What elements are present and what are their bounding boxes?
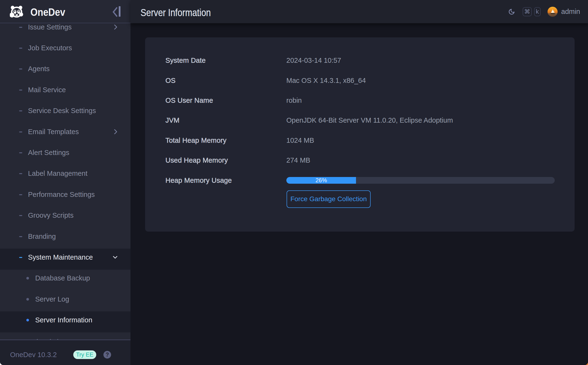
sidebar-item-label: Label Management (28, 169, 87, 177)
field-row: Total Heap Memory 1024 MB (145, 131, 574, 150)
sidebar-item-label: Email Templates (28, 128, 79, 136)
sidebar-item[interactable]: Job Executors (0, 39, 131, 60)
cmd-key-badge[interactable]: ⌘ (523, 7, 532, 16)
sidebar-item[interactable]: Groovy Scripts (0, 207, 131, 228)
header-actions: ⌘ k (508, 0, 580, 23)
field-row: Used Heap Memory 274 MB (145, 150, 574, 170)
server-info-card: System Date 2024-03-14 10:57 OS Mac OS X… (145, 37, 574, 232)
sidebar-item-label: Job Executors (28, 44, 72, 52)
bullet-icon (26, 298, 29, 301)
sidebar-item-label: System Maintenance (28, 253, 93, 261)
sidebar-item[interactable]: Email Templates (0, 123, 131, 144)
sidebar-item[interactable]: Performance Settings (0, 186, 131, 207)
field-label: System Date (166, 56, 206, 64)
brand-title: OneDev (30, 0, 65, 23)
sidebar-item[interactable]: Agents (0, 60, 131, 81)
sidebar-footer: OneDev 10.3.2 Try EE ? (0, 340, 131, 365)
dash-icon (19, 257, 22, 258)
dark-mode-moon-icon[interactable] (508, 8, 515, 15)
field-value: 1024 MB (286, 137, 314, 144)
sidebar: OneDev Issue Settings (0, 0, 131, 365)
dash-icon (19, 132, 22, 133)
sidebar-item-label: Groovy Scripts (28, 211, 74, 219)
field-value: Mac OS X 14.3.1, x86_64 (286, 77, 366, 84)
chevron-right-icon (113, 25, 118, 29)
sidebar-item[interactable]: Issue Settings (0, 24, 131, 39)
sidebar-collapse-icon[interactable] (112, 6, 121, 17)
k-key-badge[interactable]: k (534, 7, 541, 16)
sidebar-item-label: Issue Settings (28, 24, 72, 31)
sidebar-item[interactable]: Database Backup (0, 270, 131, 290)
dash-icon (19, 69, 22, 70)
field-row: OS Mac OS X 14.3.1, x86_64 (145, 70, 574, 90)
try-ee-badge[interactable]: Try EE (73, 350, 96, 359)
sidebar-header: OneDev (0, 0, 131, 23)
sidebar-item[interactable]: Alert Settings (0, 144, 131, 165)
dash-icon (19, 173, 22, 174)
heap-usage-progress-fill: 26% (286, 177, 356, 184)
sidebar-item-label: Branding (28, 232, 56, 240)
dash-icon (19, 194, 22, 195)
heap-usage-row: Heap Memory Usage 26% (145, 170, 574, 190)
field-label: Heap Memory Usage (166, 176, 232, 184)
field-row: System Date 2024-03-14 10:57 (145, 50, 574, 70)
field-list: System Date 2024-03-14 10:57 OS Mac OS X… (145, 50, 574, 170)
field-label: Total Heap Memory (166, 137, 227, 144)
dash-icon (19, 236, 22, 237)
field-value: robin (286, 97, 302, 105)
sidebar-item[interactable]: Server Log (0, 290, 131, 311)
field-label: OS User Name (166, 97, 213, 105)
sidebar-item-label: Server Information (35, 316, 92, 324)
sidebar-item-label: Alert Settings (28, 149, 69, 157)
heap-usage-percent: 26% (316, 177, 327, 184)
sidebar-item[interactable]: Label Management (0, 165, 131, 186)
field-value: 274 MB (286, 156, 310, 164)
chevron-right-icon (113, 129, 118, 134)
page-title: Server Information (140, 0, 211, 23)
heap-usage-progress: 26% (286, 177, 555, 184)
sidebar-item[interactable]: Mail Service (0, 81, 131, 102)
bullet-icon (26, 319, 29, 321)
onedev-logo-icon[interactable] (10, 5, 23, 19)
dash-icon (19, 48, 22, 49)
sidebar-item-label: Mail Service (28, 86, 66, 94)
main-header: Server Information ⌘ k (131, 0, 588, 23)
sidebar-item[interactable]: Service Desk Settings (0, 102, 131, 123)
sidebar-item[interactable]: System Maintenance (0, 249, 131, 269)
sidebar-item[interactable]: Subscription Management (0, 333, 131, 340)
field-label: JVM (166, 116, 180, 124)
sidebar-menu: Issue Settings Job Executors (0, 24, 131, 340)
sidebar-menu-list: Issue Settings Job Executors (0, 24, 131, 340)
avatar-image (547, 7, 558, 17)
bullet-icon (26, 277, 29, 280)
field-label: Used Heap Memory (166, 156, 228, 164)
dash-icon (19, 110, 22, 111)
onedev-window: OneDev Issue Settings (0, 0, 588, 365)
dash-icon (19, 27, 22, 28)
help-icon[interactable]: ? (104, 351, 111, 358)
content-area: System Date 2024-03-14 10:57 OS Mac OS X… (131, 23, 588, 365)
user-name[interactable]: admin (561, 8, 580, 15)
sidebar-item-label: Database Backup (35, 274, 90, 282)
sidebar-item-label: Server Log (35, 295, 69, 303)
dash-icon (19, 152, 22, 153)
force-garbage-collection-button[interactable]: Force Garbage Collection (287, 190, 371, 208)
dash-icon (19, 90, 22, 91)
field-row: JVM OpenJDK 64-Bit Server VM 11.0.20, Ec… (145, 110, 574, 130)
main-area: Server Information ⌘ k (131, 0, 588, 365)
dash-icon (19, 215, 22, 216)
sidebar-item-label: Service Desk Settings (28, 107, 96, 115)
sidebar-item[interactable]: Branding (0, 228, 131, 249)
avatar[interactable] (547, 7, 558, 17)
sidebar-item-label: Agents (28, 65, 49, 73)
field-label: OS (166, 77, 175, 84)
field-row: OS User Name robin (145, 91, 574, 110)
field-value: 2024-03-14 10:57 (286, 56, 341, 64)
sidebar-item-label: Performance Settings (28, 191, 95, 198)
chevron-down-icon (113, 255, 118, 260)
field-value: OpenJDK 64-Bit Server VM 11.0.20, Eclips… (286, 116, 453, 124)
version-label: OneDev 10.3.2 (10, 340, 57, 365)
sidebar-item[interactable]: Server Information (0, 311, 131, 332)
